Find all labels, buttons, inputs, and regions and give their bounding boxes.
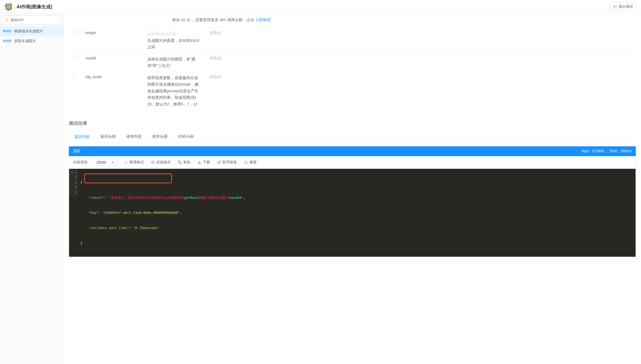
exit-icon — [613, 5, 617, 9]
svg-point-4 — [5, 18, 8, 20]
notice-prefix: 剩余 — [172, 18, 181, 22]
param-name: height — [81, 28, 143, 53]
format-button[interactable]: 整理格式 — [123, 159, 145, 166]
param-value-placeholder[interactable]: 参数值 — [205, 53, 636, 72]
param-value-placeholder[interactable]: 参数值 — [205, 28, 636, 53]
app-logo-icon — [4, 2, 13, 11]
json-string: getResult — [184, 196, 202, 200]
status-code: 200 — [73, 149, 80, 154]
json-string: "0.75minutes" — [133, 226, 160, 230]
param-value-placeholder[interactable]: 参数值 — [205, 72, 636, 110]
json-string: "62b89fef-a6c3-11ed-8d4e-00000000a698" — [103, 211, 180, 215]
format-select-value: JSON — [96, 160, 106, 164]
response-size: Size：0.20KB — [582, 149, 604, 154]
newtab-label: 新开标签 — [222, 160, 237, 165]
sidebar-item-fetch[interactable]: POST 获取生成图片 — [0, 36, 63, 46]
search-label: 搜索 — [249, 160, 257, 165]
json-string: base64" — [229, 196, 243, 200]
notice-mid: 次， 想要获得更多 API 调用次数，点击 — [185, 18, 255, 22]
copy-label: 复制 — [183, 160, 190, 165]
result-tabs: 返回结果 返回头部 请求内容 请求头部 代码示例 — [69, 132, 636, 142]
param-desc: 在50到1024之间 生成图片的高度，在50到1024之间 — [143, 28, 205, 53]
sidebar: POST 根据描述生成图片 POST 获取生成图片 — [0, 13, 64, 364]
restore-icon — [151, 161, 155, 164]
notice-bar: 剩余 46 次， 想要获得更多 API 调用次数，点击 立即购买 — [69, 13, 636, 28]
buy-link[interactable]: 立即购买 — [255, 18, 271, 22]
copy-button[interactable]: 复制 — [177, 159, 191, 166]
header-left: AI作画(图像生成) — [4, 2, 52, 11]
content-type-label: 内容类型 — [73, 160, 88, 165]
param-name: model — [81, 53, 143, 72]
table-row: cfg_scale 指导程度参数，设置越高生成的图片就会越接近prompt，越低… — [69, 72, 636, 110]
main-content: 剩余 46 次， 想要获得更多 API 调用次数，点击 立即购买 height … — [64, 13, 641, 364]
tab-response-body[interactable]: 返回结果 — [69, 132, 95, 142]
tab-request-body[interactable]: 请求内容 — [121, 132, 147, 142]
param-checkbox[interactable] — [73, 31, 77, 35]
param-desc: 指导程度参数，设置越高生成的图片就会越接近prompt，越低会越脱离prompt… — [143, 72, 205, 110]
svg-rect-2 — [5, 6, 6, 7]
chevron-down-icon — [111, 161, 115, 164]
search-icon — [5, 18, 8, 22]
table-row: model 选择生成图片的模型，有"通用"和"二次元" 参数值 — [69, 53, 636, 72]
json-key: "result" — [88, 196, 105, 200]
download-label: 下载 — [203, 160, 210, 165]
svg-point-8 — [245, 161, 247, 163]
exit-test-button[interactable]: 退出测试 — [609, 3, 637, 11]
status-meta: Size：0.20KB Time：392ms — [582, 149, 632, 154]
search-result-button[interactable]: 搜索 — [243, 159, 258, 166]
json-string: "请求成功，请在等待时间过后使用key为参数请求 — [109, 196, 184, 200]
search-icon — [244, 161, 248, 164]
svg-rect-7 — [180, 162, 182, 164]
param-name: cfg_scale — [81, 72, 143, 110]
method-badge: POST — [3, 39, 12, 43]
svg-rect-3 — [8, 9, 9, 11]
json-string: 接口获取生成图片 — [202, 196, 229, 200]
code-gutter: 1 ▼ 2 3 4 5 — [69, 169, 78, 196]
restore-button[interactable]: 还原格式 — [150, 159, 172, 166]
header-bar: AI作画(图像生成) 退出测试 — [0, 0, 641, 13]
download-icon — [198, 161, 201, 164]
svg-line-5 — [7, 20, 8, 21]
copy-icon — [178, 161, 182, 164]
method-badge: POST — [3, 29, 12, 33]
svg-rect-1 — [7, 5, 11, 9]
search-input[interactable] — [3, 16, 61, 24]
param-desc: 选择生成图片的模型，有"通用"和"二次元" — [143, 53, 205, 72]
page-title: AI作画(图像生成) — [17, 4, 52, 10]
param-checkbox[interactable] — [73, 56, 77, 60]
external-link-icon — [217, 161, 221, 164]
format-label: 整理格式 — [129, 160, 144, 165]
status-bar: 200 Size：0.20KB Time：392ms — [69, 146, 636, 156]
svg-line-9 — [247, 163, 248, 164]
search-box — [3, 16, 61, 24]
download-button[interactable]: 下载 — [197, 159, 211, 166]
tab-request-headers[interactable]: 请求头部 — [147, 132, 173, 142]
code-content: { "result": "请求成功，请在等待时间过后使用key为参数请求getR… — [69, 169, 636, 257]
response-time: Time：392ms — [609, 149, 632, 154]
restore-label: 还原格式 — [156, 160, 171, 165]
result-toolbar: 内容类型 JSON 整理格式 还原格式 复制 下载 — [69, 156, 636, 169]
sidebar-item-generate[interactable]: POST 根据描述生成图片 — [0, 26, 63, 36]
table-row: height 在50到1024之间 生成图片的高度，在50到1024之间 参数值 — [69, 28, 636, 53]
params-table: height 在50到1024之间 生成图片的高度，在50到1024之间 参数值… — [69, 28, 636, 110]
param-checkbox[interactable] — [73, 74, 77, 79]
code-editor[interactable]: 1 ▼ 2 3 4 5 { "result": "请求成功，请在等待时间过后使用… — [69, 169, 636, 257]
result-section-title: 测试结果 — [69, 120, 636, 126]
format-select[interactable]: JSON — [93, 159, 118, 166]
sidebar-item-label: 获取生成图片 — [14, 39, 36, 43]
tab-response-headers[interactable]: 返回头部 — [95, 132, 121, 142]
sidebar-item-label: 根据描述生成图片 — [14, 29, 43, 34]
wand-icon — [124, 161, 128, 164]
json-key: "key" — [88, 211, 99, 215]
json-key: "estimate_wait_time" — [88, 226, 129, 230]
exit-label: 退出测试 — [618, 4, 633, 9]
newtab-button[interactable]: 新开标签 — [216, 159, 238, 166]
tab-code-sample[interactable]: 代码示例 — [173, 132, 199, 142]
remaining-count: 46 — [181, 18, 185, 22]
